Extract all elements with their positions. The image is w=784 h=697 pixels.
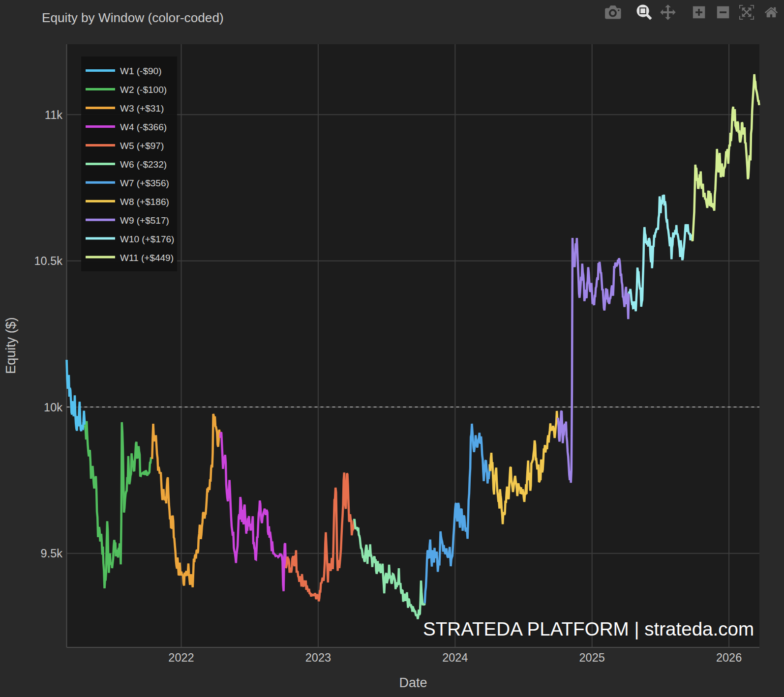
svg-text:W9 (+$517): W9 (+$517)	[120, 215, 169, 226]
svg-text:W1 (-$90): W1 (-$90)	[120, 66, 161, 76]
svg-text:W3 (+$31): W3 (+$31)	[120, 103, 164, 114]
svg-text:Equity by Window (color-coded): Equity by Window (color-coded)	[42, 10, 224, 25]
svg-text:W11 (+$449): W11 (+$449)	[120, 253, 174, 263]
svg-text:STRATEDA PLATFORM | strateda.c: STRATEDA PLATFORM | strateda.com	[423, 618, 754, 639]
svg-text:W4 (-$366): W4 (-$366)	[120, 122, 167, 132]
svg-text:W8 (+$186): W8 (+$186)	[120, 197, 169, 207]
svg-text:W5 (+$97): W5 (+$97)	[120, 141, 164, 151]
svg-text:10.5k: 10.5k	[34, 255, 63, 267]
svg-text:2022: 2022	[168, 651, 194, 664]
svg-text:W7 (+$356): W7 (+$356)	[120, 178, 169, 188]
svg-text:2024: 2024	[442, 651, 468, 664]
svg-text:2025: 2025	[579, 651, 605, 664]
svg-text:11k: 11k	[45, 109, 62, 121]
svg-text:Date: Date	[399, 675, 427, 690]
svg-text:W10 (+$176): W10 (+$176)	[120, 234, 174, 244]
svg-text:W6 (-$232): W6 (-$232)	[120, 159, 167, 170]
svg-text:Equity ($): Equity ($)	[3, 317, 18, 374]
svg-text:9.5k: 9.5k	[41, 547, 63, 560]
svg-text:2026: 2026	[716, 651, 742, 664]
svg-text:10k: 10k	[44, 401, 62, 414]
svg-text:W2 (-$100): W2 (-$100)	[120, 85, 167, 95]
svg-text:2023: 2023	[305, 651, 331, 664]
